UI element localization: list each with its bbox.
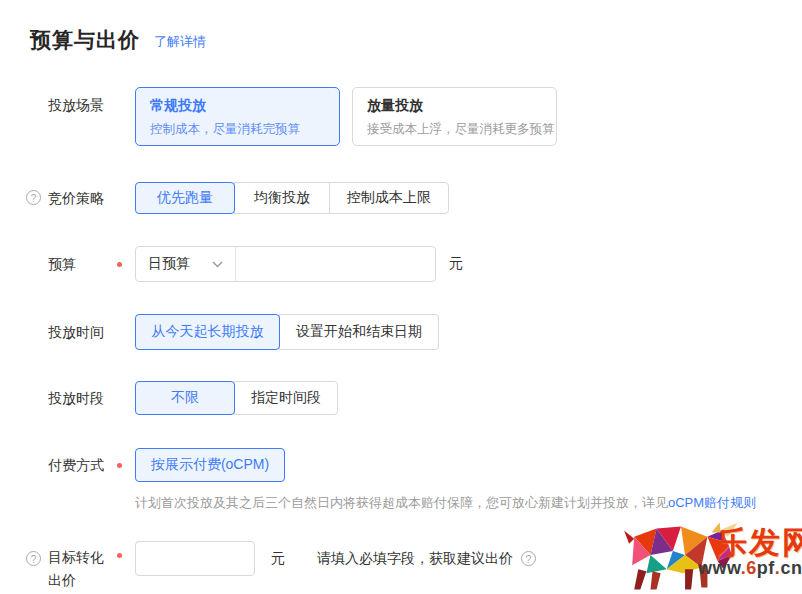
- timeslot-options: 不限 指定时间段: [135, 381, 338, 415]
- help-icon[interactable]: ?: [521, 551, 536, 566]
- target-bid-label-line2: 出价: [48, 569, 104, 592]
- budget-control: 日预算 元: [135, 246, 463, 282]
- payment-option-ocpm[interactable]: 按展示付费(oCPM): [135, 448, 285, 482]
- target-bid-label-line1: 目标转化: [48, 546, 104, 569]
- chevron-down-icon: [212, 261, 223, 268]
- budget-label: 预算: [48, 246, 76, 282]
- scene-card-title: 放量投放: [367, 97, 542, 115]
- row-schedule: 投放时间 从今天起长期投放 设置开始和结束日期: [0, 314, 802, 350]
- strategy-option-balanced[interactable]: 均衡投放: [234, 182, 330, 214]
- scene-card-desc: 控制成本，尽量消耗完预算: [150, 121, 325, 138]
- panel-header: 预算与出价 了解详情: [30, 26, 206, 54]
- row-target-bid: ? 目标转化 出价 元 请填入必填字段，获取建议出价 ?: [0, 540, 802, 586]
- hint-text: 请填入必填字段，获取建议出价: [317, 550, 513, 568]
- compensation-note: 计划首次投放及其之后三个自然日内将获得超成本赔付保障，您可放心新建计划并投放，详…: [135, 494, 756, 512]
- schedule-option-long-term[interactable]: 从今天起长期投放: [135, 314, 280, 350]
- payment-options: 按展示付费(oCPM): [135, 448, 285, 482]
- learn-more-link[interactable]: 了解详情: [154, 33, 206, 54]
- help-icon[interactable]: ?: [26, 190, 41, 205]
- target-bid-control: 元 请填入必填字段，获取建议出价 ?: [135, 541, 536, 576]
- strategy-label: 竞价策略: [48, 182, 104, 214]
- scene-cards: 常规投放 控制成本，尽量消耗完预算 放量投放 接受成本上浮，尽量消耗更多预算: [135, 87, 569, 146]
- schedule-label: 投放时间: [48, 314, 104, 350]
- schedule-options: 从今天起长期投放 设置开始和结束日期: [135, 314, 439, 350]
- ocpm-rules-link[interactable]: oCPM赔付规则: [668, 495, 756, 510]
- strategy-option-priority-volume[interactable]: 优先跑量: [135, 182, 235, 214]
- target-bid-unit: 元: [271, 550, 285, 568]
- budget-type-value: 日预算: [148, 255, 190, 273]
- scene-card-regular[interactable]: 常规投放 控制成本，尽量消耗完预算: [135, 87, 340, 146]
- budget-unit: 元: [449, 255, 463, 273]
- row-payment-note: 计划首次投放及其之后三个自然日内将获得超成本赔付保障，您可放心新建计划并投放，详…: [0, 494, 802, 512]
- note-text: 计划首次投放及其之后三个自然日内将获得超成本赔付保障，您可放心新建计划并投放，详…: [135, 495, 668, 510]
- timeslot-label: 投放时段: [48, 381, 104, 415]
- required-dot: [117, 553, 122, 558]
- timeslot-option-unlimited[interactable]: 不限: [135, 381, 235, 415]
- scene-label: 投放场景: [48, 97, 104, 115]
- budget-amount-input[interactable]: [236, 247, 435, 281]
- help-icon[interactable]: ?: [26, 551, 41, 566]
- payment-label: 付费方式: [48, 448, 104, 482]
- budget-input-group: 日预算: [135, 246, 436, 282]
- row-budget: 预算 日预算 元: [0, 246, 802, 282]
- target-bid-hint: 请填入必填字段，获取建议出价 ?: [317, 550, 536, 568]
- row-payment: 付费方式 按展示付费(oCPM): [0, 448, 802, 482]
- target-bid-label: 目标转化 出价: [48, 546, 104, 592]
- row-timeslot: 投放时段 不限 指定时间段: [0, 381, 802, 415]
- page-title: 预算与出价: [30, 26, 140, 54]
- timeslot-option-specified[interactable]: 指定时间段: [234, 381, 338, 415]
- schedule-option-date-range[interactable]: 设置开始和结束日期: [279, 314, 439, 350]
- required-dot: [117, 463, 122, 468]
- strategy-options: 优先跑量 均衡投放 控制成本上限: [135, 182, 449, 214]
- scene-card-title: 常规投放: [150, 97, 325, 115]
- row-scene: 投放场景 常规投放 控制成本，尽量消耗完预算 放量投放 接受成本上浮，尽量消耗更…: [0, 87, 802, 147]
- scene-card-desc: 接受成本上浮，尽量消耗更多预算: [367, 121, 542, 138]
- scene-card-volume[interactable]: 放量投放 接受成本上浮，尽量消耗更多预算: [352, 87, 557, 146]
- budget-type-select[interactable]: 日预算: [136, 247, 236, 281]
- target-bid-input[interactable]: [135, 541, 255, 576]
- strategy-option-cost-cap[interactable]: 控制成本上限: [329, 182, 449, 214]
- required-dot: [117, 262, 122, 267]
- budget-bid-panel: 预算与出价 了解详情 投放场景 常规投放 控制成本，尽量消耗完预算 放量投放 接…: [0, 0, 802, 594]
- row-strategy: ? 竞价策略 优先跑量 均衡投放 控制成本上限: [0, 182, 802, 214]
